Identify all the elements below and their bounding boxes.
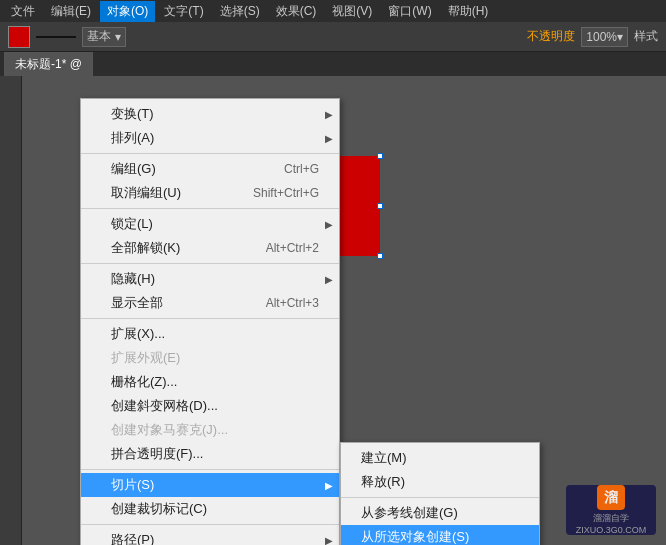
menu-text[interactable]: 文字(T) xyxy=(157,1,210,22)
menu-transform-label: 变换(T) xyxy=(111,105,154,123)
menu-arrange[interactable]: 排列(A) ▶ xyxy=(81,126,339,150)
slice-from-selection[interactable]: 从所选对象创建(S) xyxy=(341,525,539,545)
menu-ungroup-label: 取消编组(U) xyxy=(111,184,181,202)
slice-make[interactable]: 建立(M) xyxy=(341,446,539,470)
slice-from-guides[interactable]: 从参考线创建(G) xyxy=(341,501,539,525)
left-toolbar xyxy=(0,76,22,545)
handle-mr[interactable] xyxy=(377,203,383,209)
menu-transform[interactable]: 变换(T) ▶ xyxy=(81,102,339,126)
menu-path[interactable]: 路径(P) ▶ xyxy=(81,528,339,545)
menu-hide[interactable]: 隐藏(H) ▶ xyxy=(81,267,339,291)
stroke-chevron-icon: ▾ xyxy=(115,30,121,44)
menu-lock-label: 锁定(L) xyxy=(111,215,153,233)
sep-3 xyxy=(81,263,339,264)
toolbar: 基本 ▾ 不透明度 100% ▾ 样式 xyxy=(0,22,666,52)
menu-unlock-all-label: 全部解锁(K) xyxy=(111,239,180,257)
slice-release[interactable]: 释放(R) xyxy=(341,470,539,494)
menu-rasterize-label: 栅格化(Z)... xyxy=(111,373,177,391)
menu-bar: 文件 编辑(E) 对象(O) 文字(T) 选择(S) 效果(C) 视图(V) 窗… xyxy=(0,0,666,22)
watermark-line2: ZIXUO.3G0.COM xyxy=(576,525,647,535)
menu-object-mosaic-label: 创建对象马赛克(J)... xyxy=(111,421,228,439)
menu-expand[interactable]: 扩展(X)... xyxy=(81,322,339,346)
menu-select[interactable]: 选择(S) xyxy=(213,1,267,22)
show-all-shortcut: Alt+Ctrl+3 xyxy=(266,296,319,310)
slice-sep-1 xyxy=(341,497,539,498)
menu-expand-label: 扩展(X)... xyxy=(111,325,165,343)
menu-slice[interactable]: 切片(S) ▶ xyxy=(81,473,339,497)
menu-path-label: 路径(P) xyxy=(111,531,154,545)
menu-slice-label: 切片(S) xyxy=(111,476,154,494)
transform-arrow-icon: ▶ xyxy=(325,109,333,120)
menu-flatten[interactable]: 拼合透明度(F)... xyxy=(81,442,339,466)
slice-submenu: 建立(M) 释放(R) 从参考线创建(G) 从所选对象创建(S) 复制切片(D)… xyxy=(340,442,540,545)
menu-group-label: 编组(G) xyxy=(111,160,156,178)
menu-view[interactable]: 视图(V) xyxy=(325,1,379,22)
menu-window[interactable]: 窗口(W) xyxy=(381,1,438,22)
menu-object[interactable]: 对象(O) xyxy=(100,1,155,22)
object-menu: 变换(T) ▶ 排列(A) ▶ 编组(G) Ctrl+G 取消编组(U) Shi… xyxy=(80,98,340,545)
watermark-icon-text: 溜 xyxy=(604,489,618,507)
fill-color-box[interactable] xyxy=(8,26,30,48)
handle-br[interactable] xyxy=(377,253,383,259)
ungroup-shortcut: Shift+Ctrl+G xyxy=(253,186,319,200)
slice-release-label: 释放(R) xyxy=(361,473,405,491)
watermark-line1: 溜溜自学 xyxy=(593,512,629,525)
stroke-dropdown[interactable]: 基本 ▾ xyxy=(82,27,126,47)
menu-gradient-mesh[interactable]: 创建斜变网格(D)... xyxy=(81,394,339,418)
sep-4 xyxy=(81,318,339,319)
menu-trim-marks[interactable]: 创建裁切标记(C) xyxy=(81,497,339,521)
menu-trim-marks-label: 创建裁切标记(C) xyxy=(111,500,207,518)
style-label: 样式 xyxy=(634,28,658,45)
slice-make-label: 建立(M) xyxy=(361,449,407,467)
handle-tr[interactable] xyxy=(377,153,383,159)
slice-arrow-icon: ▶ xyxy=(325,480,333,491)
menu-arrange-label: 排列(A) xyxy=(111,129,154,147)
menu-help[interactable]: 帮助(H) xyxy=(441,1,496,22)
stroke-preview xyxy=(36,36,76,38)
watermark-icon: 溜 xyxy=(597,485,625,510)
arrange-arrow-icon: ▶ xyxy=(325,133,333,144)
menu-rasterize[interactable]: 栅格化(Z)... xyxy=(81,370,339,394)
path-arrow-icon: ▶ xyxy=(325,535,333,546)
menu-edit[interactable]: 编辑(E) xyxy=(44,1,98,22)
slice-from-selection-label: 从所选对象创建(S) xyxy=(361,528,469,545)
menu-unlock-all[interactable]: 全部解锁(K) Alt+Ctrl+2 xyxy=(81,236,339,260)
menu-group[interactable]: 编组(G) Ctrl+G xyxy=(81,157,339,181)
menu-file[interactable]: 文件 xyxy=(4,1,42,22)
opacity-value: 100% xyxy=(586,30,617,44)
sep-1 xyxy=(81,153,339,154)
sep-5 xyxy=(81,469,339,470)
menu-hide-label: 隐藏(H) xyxy=(111,270,155,288)
menu-effect[interactable]: 效果(C) xyxy=(269,1,324,22)
menu-expand-appearance-label: 扩展外观(E) xyxy=(111,349,180,367)
lock-arrow-icon: ▶ xyxy=(325,219,333,230)
stroke-label: 基本 xyxy=(87,28,111,45)
group-shortcut: Ctrl+G xyxy=(284,162,319,176)
menu-flatten-label: 拼合透明度(F)... xyxy=(111,445,203,463)
sep-6 xyxy=(81,524,339,525)
sep-2 xyxy=(81,208,339,209)
menu-object-mosaic[interactable]: 创建对象马赛克(J)... xyxy=(81,418,339,442)
menu-expand-appearance[interactable]: 扩展外观(E) xyxy=(81,346,339,370)
opacity-label: 不透明度 xyxy=(527,28,575,45)
menu-gradient-mesh-label: 创建斜变网格(D)... xyxy=(111,397,218,415)
menu-show-all[interactable]: 显示全部 Alt+Ctrl+3 xyxy=(81,291,339,315)
tab-document[interactable]: 未标题-1* @ xyxy=(4,52,93,76)
tab-bar: 未标题-1* @ xyxy=(0,52,666,76)
unlock-shortcut: Alt+Ctrl+2 xyxy=(266,241,319,255)
menu-lock[interactable]: 锁定(L) ▶ xyxy=(81,212,339,236)
opacity-chevron-icon: ▾ xyxy=(617,30,623,44)
menu-show-all-label: 显示全部 xyxy=(111,294,163,312)
hide-arrow-icon: ▶ xyxy=(325,274,333,285)
opacity-input[interactable]: 100% ▾ xyxy=(581,27,628,47)
canvas-area: + 变换(T) ▶ 排列(A) ▶ 编组(G) Ctrl+G 取消编组(U) S… xyxy=(0,76,666,545)
slice-from-guides-label: 从参考线创建(G) xyxy=(361,504,458,522)
menu-ungroup[interactable]: 取消编组(U) Shift+Ctrl+G xyxy=(81,181,339,205)
watermark: 溜 溜溜自学 ZIXUO.3G0.COM xyxy=(566,485,656,535)
tab-label: 未标题-1* @ xyxy=(15,57,82,71)
